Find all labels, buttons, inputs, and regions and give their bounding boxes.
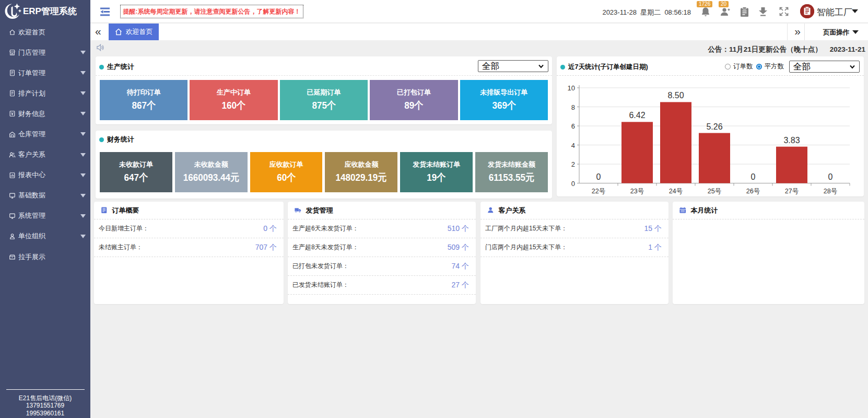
- svg-text:22号: 22号: [592, 188, 605, 195]
- svg-text:2: 2: [571, 160, 575, 168]
- svg-text:0: 0: [828, 172, 833, 181]
- svg-text:10: 10: [568, 84, 575, 92]
- svg-text:27号: 27号: [785, 188, 799, 195]
- svg-text:5.26: 5.26: [706, 122, 722, 131]
- svg-text:28号: 28号: [824, 188, 837, 195]
- svg-text:4: 4: [571, 142, 575, 149]
- svg-text:23号: 23号: [630, 188, 644, 195]
- svg-text:8.50: 8.50: [667, 91, 684, 100]
- svg-text:0: 0: [596, 172, 601, 181]
- svg-text:24号: 24号: [669, 188, 683, 195]
- svg-text:6.42: 6.42: [629, 111, 645, 120]
- svg-text:3.83: 3.83: [783, 136, 800, 145]
- svg-text:26号: 26号: [746, 188, 760, 195]
- svg-text:0: 0: [571, 180, 575, 188]
- svg-text:25号: 25号: [708, 188, 721, 195]
- svg-text:0: 0: [751, 172, 756, 181]
- svg-text:8: 8: [571, 103, 575, 111]
- svg-text:6: 6: [571, 122, 575, 130]
